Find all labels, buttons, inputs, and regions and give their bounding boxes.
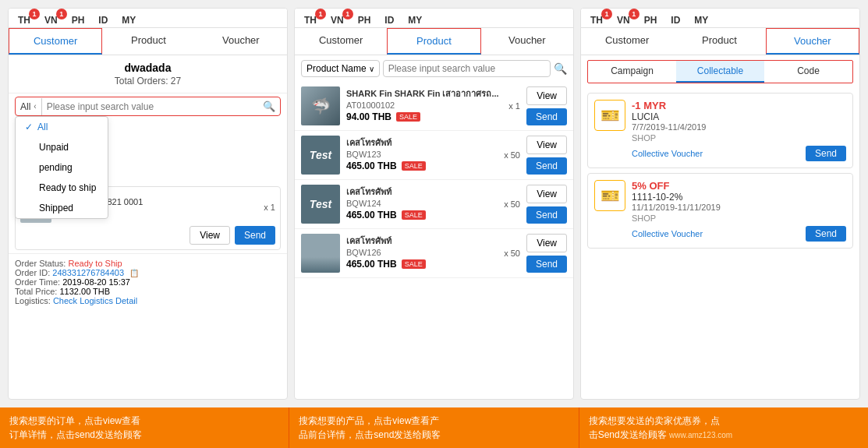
voucher-icon-1: 🎫 (594, 180, 625, 211)
country-tab-PH-3[interactable]: PH (641, 13, 661, 27)
product-code-2: BQW124 (346, 199, 498, 208)
search-input-1[interactable] (42, 98, 258, 115)
tab-voucher-3[interactable]: Voucher (766, 28, 859, 55)
product-qty: x 1 (264, 203, 275, 212)
voucher-amount-0: -1 MYR (632, 100, 846, 111)
order-btn-row: View Send (20, 226, 275, 245)
product-list: SHARK Fin SHARK Fin เสาอากาศรถ... AT0100… (295, 82, 573, 399)
caption-2: 搜索想要发送的卖家优惠券，点击Send发送给顾客 www.amz123.com (579, 407, 868, 448)
order-price-row: Total Price: 1132.00 THB (15, 287, 281, 296)
product-price-row-3: 465.00 THB SALE (346, 259, 498, 270)
order-status-row: Order Status: Ready to Ship (15, 259, 281, 268)
product-info-1: เคสโทรศัพท์ BQW123 465.00 THB SALE (346, 136, 498, 171)
country-tab-VN-3[interactable]: VN1 (614, 13, 633, 27)
view-button-p0[interactable]: View (526, 86, 567, 105)
country-tab-TH-1[interactable]: TH1 (15, 13, 34, 27)
product-code-3: BQW126 (346, 248, 498, 257)
country-tab-MY-1[interactable]: MY (119, 13, 139, 27)
voucher-tab-code[interactable]: Code (764, 61, 852, 83)
country-tab-TH-2[interactable]: TH1 (301, 13, 320, 27)
badge-VN-3: 1 (629, 9, 639, 19)
send-button-p3[interactable]: Send (526, 256, 567, 273)
panel-product: TH1 VN1 PH ID MY Customer Product Vouche… (294, 8, 574, 400)
send-button-p0[interactable]: Send (526, 108, 567, 125)
country-tab-TH-3[interactable]: TH1 (587, 13, 606, 27)
tab-customer-2[interactable]: Customer (295, 28, 387, 55)
product-code-0: AT01000102 (346, 101, 502, 110)
collective-label-1: Collective Voucher (632, 229, 703, 238)
filter-label[interactable]: All ‹ (16, 98, 42, 115)
sale-badge-0: SALE (396, 112, 420, 122)
user-section: dwadada Total Orders: 27 (9, 55, 287, 93)
send-button-p1[interactable]: Send (526, 157, 567, 175)
product-item-1: Test เคสโทรศัพท์ BQW123 465.00 THB SALE … (295, 131, 573, 180)
product-search-icon[interactable]: 🔍 (554, 62, 567, 75)
country-tab-MY-3[interactable]: MY (691, 13, 711, 27)
product-info-2: เคสโทรศัพท์ BQW124 465.00 THB SALE (346, 185, 498, 220)
product-filter-dropdown[interactable]: Product Name ∨ (301, 60, 380, 77)
tab-customer-3[interactable]: Customer (581, 28, 673, 55)
product-thumb-1: Test (301, 136, 340, 175)
dropdown-item-unpaid[interactable]: Unpaid (16, 137, 108, 157)
tab-product-2[interactable]: Product (387, 28, 480, 55)
dropdown-item-pending[interactable]: pending (16, 157, 108, 178)
country-tab-VN-2[interactable]: VN1 (328, 13, 347, 27)
product-name-0: SHARK Fin SHARK Fin เสาอากาศรถ... (346, 86, 502, 101)
tab-voucher-1[interactable]: Voucher (195, 28, 287, 55)
voucher-footer-1: Collective Voucher Send (632, 226, 846, 242)
country-tab-PH-1[interactable]: PH (69, 13, 88, 27)
product-name-1: เคสโทรศัพท์ (346, 136, 498, 150)
product-code-1: BQW123 (346, 150, 498, 159)
country-tab-ID-1[interactable]: ID (95, 13, 111, 27)
product-btns-3: View Send (526, 234, 567, 273)
country-tab-VN-1[interactable]: VN1 (41, 13, 61, 27)
product-price-1: 465.00 THB (346, 161, 397, 171)
dropdown-item-shipped[interactable]: Shipped (16, 198, 108, 218)
voucher-date-1: 11/11/2019-11/11/2019 (632, 203, 846, 212)
send-button-1[interactable]: Send (235, 226, 275, 245)
caption-0: 搜索想要的订单，点击view查看订单详情，点击send发送给顾客 (0, 407, 289, 448)
view-button-p3[interactable]: View (526, 234, 567, 252)
voucher-list: 🎫 -1 MYR LUCIA 7/7/2019-11/4/2019 SHOP C… (581, 88, 859, 399)
voucher-date-0: 7/7/2019-11/4/2019 (632, 122, 846, 132)
voucher-card-1: 🎫 5% OFF 1111-10-2% 11/11/2019-11/11/201… (587, 173, 853, 249)
dropdown-item-ready-to-ship[interactable]: Ready to ship (16, 178, 108, 198)
product-search-input[interactable] (383, 60, 551, 77)
view-button-p1[interactable]: View (526, 136, 567, 154)
view-button-p2[interactable]: View (526, 185, 567, 203)
sub-tab-bar-2: Customer Product Voucher (295, 28, 573, 55)
voucher-icon-0: 🎫 (594, 100, 625, 131)
voucher-tab-campaign[interactable]: Campaign (588, 61, 676, 83)
tab-product-3[interactable]: Product (673, 28, 765, 55)
voucher-send-btn-0[interactable]: Send (806, 146, 846, 161)
voucher-card-0: 🎫 -1 MYR LUCIA 7/7/2019-11/4/2019 SHOP C… (587, 93, 853, 168)
dropdown-item-all[interactable]: ✓ All (16, 117, 108, 137)
sale-badge-1: SALE (402, 161, 426, 171)
tab-voucher-2[interactable]: Voucher (481, 28, 573, 55)
check-icon: ✓ (25, 122, 33, 132)
product-price-row-0: 94.00 THB SALE (346, 111, 502, 122)
country-tab-PH-2[interactable]: PH (355, 13, 374, 27)
panel-customer: TH1 VN1 PH ID MY Customer Product Vouche… (8, 8, 288, 400)
country-tab-MY-2[interactable]: MY (405, 13, 425, 27)
voucher-tab-collectable[interactable]: Collectable (676, 61, 764, 83)
send-button-p2[interactable]: Send (526, 206, 567, 224)
badge-TH-2: 1 (315, 9, 326, 19)
logistics-link[interactable]: Check Logistics Detail (53, 296, 137, 305)
voucher-send-btn-1[interactable]: Send (806, 226, 846, 242)
product-thumb-3 (301, 234, 340, 273)
country-tab-ID-2[interactable]: ID (381, 13, 397, 27)
view-button-1[interactable]: View (190, 226, 230, 245)
order-total-price: 1132.00 THB (59, 287, 110, 296)
country-tab-ID-3[interactable]: ID (668, 13, 683, 27)
product-item-0: SHARK Fin SHARK Fin เสาอากาศรถ... AT0100… (295, 82, 573, 131)
tab-customer-1[interactable]: Customer (9, 28, 102, 55)
voucher-details-0: -1 MYR LUCIA 7/7/2019-11/4/2019 SHOP Col… (632, 100, 846, 161)
voucher-tab-wrap: Campaign Collectable Code (587, 60, 853, 83)
product-qty-2: x 50 (504, 199, 520, 209)
country-tab-bar-2: TH1 VN1 PH ID MY (295, 9, 573, 28)
site-url: www.amz123.com (669, 431, 732, 439)
product-item-2: Test เคสโทรศัพท์ BQW124 465.00 THB SALE … (295, 180, 573, 229)
order-logistics-row: Logistics: Check Logistics Detail (15, 296, 281, 305)
tab-product-1[interactable]: Product (102, 28, 194, 55)
